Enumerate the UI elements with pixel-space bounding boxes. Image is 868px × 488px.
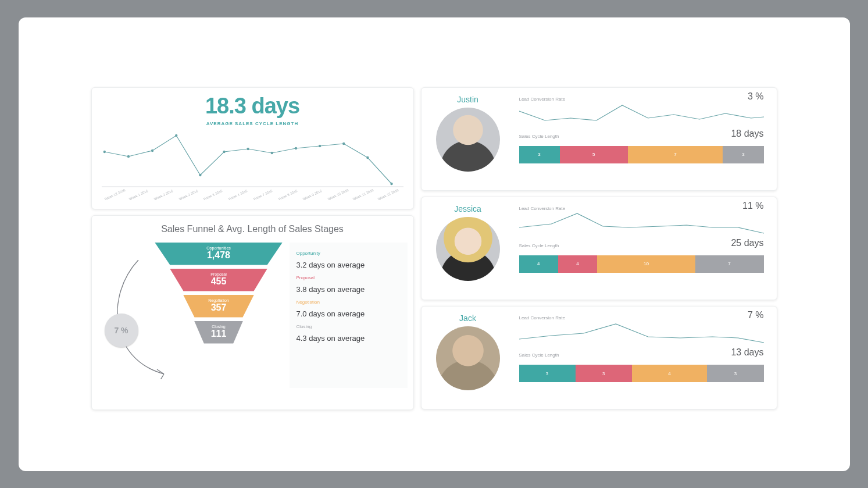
funnel-diagram: 7 % Opportunities 1,478 Proposal 455 bbox=[98, 243, 284, 388]
stat-label: Proposal bbox=[297, 275, 401, 280]
dashboard: 18.3 days AVERAGE SALES CYCLE LENGTH bbox=[91, 87, 777, 410]
seg-proposal: 5 bbox=[560, 146, 628, 163]
lcr-sparkline bbox=[519, 101, 764, 127]
funnel-conversion-badge: 7 % bbox=[105, 314, 138, 347]
person-name: Justin bbox=[457, 95, 478, 104]
right-column: Justin Lead Conversion Rate 3 % Sales Cy… bbox=[421, 87, 777, 410]
lcr-label: Lead Conversion Rate bbox=[519, 206, 566, 211]
seg-proposal: 4 bbox=[558, 255, 597, 273]
scl-value: 25 days bbox=[731, 238, 763, 248]
funnel-title: Sales Funnel & Avg. Length of Sales Stag… bbox=[98, 224, 408, 234]
stage-value: 357 bbox=[183, 302, 254, 313]
funnel-stage-negotiation: Negotiation 357 bbox=[183, 295, 254, 318]
person-card-jessica: Jessica Lead Conversion Rate 11 % Sales … bbox=[421, 197, 777, 300]
avatar bbox=[436, 108, 500, 172]
svg-point-4 bbox=[199, 174, 201, 176]
lcr-value: 7 % bbox=[748, 310, 764, 320]
cycle-length-card: 18.3 days AVERAGE SALES CYCLE LENGTH bbox=[91, 87, 414, 209]
svg-point-3 bbox=[175, 134, 177, 137]
scl-value: 13 days bbox=[731, 347, 763, 358]
svg-point-12 bbox=[390, 183, 392, 185]
seg-opportunity: 3 bbox=[519, 146, 560, 163]
stat-value: 4.3 days on average bbox=[297, 334, 401, 343]
svg-point-9 bbox=[318, 145, 320, 147]
cycle-length-chart: Week 12 2016 Week 1 2016 Week 2 2016 Wee… bbox=[97, 129, 409, 206]
stat-label: Negotiation bbox=[297, 300, 401, 305]
seg-proposal: 3 bbox=[576, 365, 632, 382]
funnel-card: Sales Funnel & Avg. Length of Sales Stag… bbox=[91, 215, 414, 410]
svg-point-1 bbox=[127, 155, 129, 158]
svg-point-8 bbox=[294, 147, 297, 149]
scl-label: Sales Cycle Length bbox=[519, 352, 559, 358]
cycle-stage-bar: 4 4 10 7 bbox=[519, 255, 764, 273]
lcr-label: Lead Conversion Rate bbox=[519, 97, 566, 102]
scl-value: 18 days bbox=[731, 129, 763, 139]
page: 18.3 days AVERAGE SALES CYCLE LENGTH bbox=[19, 17, 850, 471]
scl-label: Sales Cycle Length bbox=[519, 243, 559, 248]
seg-opportunity: 3 bbox=[519, 365, 576, 382]
avatar bbox=[436, 217, 500, 281]
funnel-stage-proposal: Proposal 455 bbox=[170, 269, 267, 291]
funnel-stage-opportunities: Opportunities 1,478 bbox=[155, 243, 283, 265]
stat-value: 3.2 days on average bbox=[297, 261, 401, 269]
avatar bbox=[436, 326, 500, 390]
svg-point-11 bbox=[366, 156, 369, 159]
seg-closing: 7 bbox=[695, 255, 764, 273]
cycle-stage-bar: 3 3 4 3 bbox=[519, 365, 764, 382]
person-name: Jessica bbox=[454, 204, 481, 213]
stage-value: 455 bbox=[170, 276, 267, 287]
funnel-stats: Opportunity 3.2 days on average Proposal… bbox=[290, 243, 408, 388]
seg-opportunity: 4 bbox=[519, 255, 558, 273]
cycle-stage-bar: 3 5 7 3 bbox=[519, 146, 764, 163]
cycle-length-value: 18.3 days bbox=[205, 95, 299, 118]
cycle-length-x-labels: Week 12 2016 Week 1 2016 Week 2 2016 Wee… bbox=[99, 198, 406, 201]
scl-label: Sales Cycle Length bbox=[519, 134, 559, 139]
seg-negotiation: 10 bbox=[597, 255, 695, 273]
seg-negotiation: 4 bbox=[632, 365, 708, 382]
svg-point-2 bbox=[151, 149, 153, 152]
left-column: 18.3 days AVERAGE SALES CYCLE LENGTH bbox=[91, 87, 414, 410]
svg-point-6 bbox=[247, 148, 249, 150]
seg-closing: 3 bbox=[723, 146, 763, 163]
svg-point-0 bbox=[103, 151, 105, 153]
person-name: Jack bbox=[459, 314, 476, 323]
person-card-justin: Justin Lead Conversion Rate 3 % Sales Cy… bbox=[421, 87, 777, 191]
stat-label: Closing bbox=[297, 324, 401, 329]
stage-label: Negotiation bbox=[183, 297, 254, 302]
stat-value: 3.8 days on average bbox=[297, 285, 401, 294]
stage-value: 111 bbox=[194, 329, 243, 339]
stage-value: 1,478 bbox=[155, 250, 283, 261]
lcr-value: 11 % bbox=[742, 201, 763, 211]
lcr-label: Lead Conversion Rate bbox=[519, 315, 566, 320]
stat-value: 7.0 days on average bbox=[297, 309, 401, 318]
stage-label: Closing bbox=[194, 323, 243, 329]
svg-point-10 bbox=[342, 143, 345, 145]
seg-negotiation: 7 bbox=[628, 146, 723, 163]
seg-closing: 3 bbox=[707, 365, 763, 382]
stage-label: Opportunities bbox=[155, 245, 283, 250]
cycle-length-subtitle: AVERAGE SALES CYCLE LENGTH bbox=[206, 121, 298, 126]
svg-point-7 bbox=[270, 152, 273, 154]
svg-point-5 bbox=[223, 151, 225, 153]
person-card-jack: Jack Lead Conversion Rate 7 % Sales Cycl… bbox=[421, 306, 777, 409]
lcr-sparkline bbox=[519, 319, 764, 346]
lcr-sparkline bbox=[519, 210, 764, 237]
stat-label: Opportunity bbox=[297, 251, 401, 256]
lcr-value: 3 % bbox=[748, 91, 764, 102]
stage-label: Proposal bbox=[170, 271, 267, 276]
funnel-stage-closing: Closing 111 bbox=[194, 321, 243, 344]
